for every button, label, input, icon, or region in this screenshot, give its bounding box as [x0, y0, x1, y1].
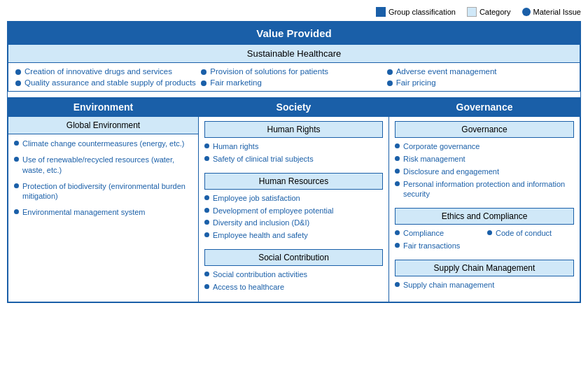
sustainable-col-2: Provision of solutions for patients Fair…: [201, 67, 386, 87]
bullet-dot: [204, 272, 209, 276]
gov-bullet-8: Supply chain management: [395, 280, 574, 290]
environment-column: Environment Global Environment Climate c…: [8, 97, 199, 302]
bullet-dot: [395, 243, 400, 248]
bullet-dot: [201, 80, 206, 86]
bullet-text: Social contribution activities: [213, 269, 307, 280]
bullet-dot: [204, 156, 209, 161]
legend-material-icon: [522, 8, 531, 16]
bullet-text: Diversity and inclusion (D&I): [213, 218, 309, 228]
bullet-text: Employee health and safety: [213, 230, 308, 241]
bullet-text: Personal information protection and info…: [403, 179, 574, 200]
supply-chain-title: Supply Chain Management: [434, 263, 536, 273]
global-environment-title: Global Environment: [66, 120, 140, 130]
env-bullet-3: Protection of biodiversity (environmenta…: [14, 181, 192, 202]
governance-sub-header: Governance: [395, 121, 574, 138]
bullet-dot: [201, 69, 206, 75]
soc-bullet-5: Diversity and inclusion (D&I): [204, 218, 383, 228]
human-rights-title: Human Rights: [267, 125, 320, 134]
soc-bullet-7: Social contribution activities: [204, 269, 383, 280]
legend-material: Material Issue: [522, 8, 581, 16]
bullet-dot: [204, 143, 209, 148]
soc-bullet-4: Development of employee potential: [204, 206, 383, 216]
bullet-dot: [487, 230, 492, 235]
social-contribution-section: Social Contribution Social contribution …: [204, 249, 383, 295]
bullet-dot: [204, 232, 209, 237]
bullet-dot: [204, 220, 209, 225]
legend-category-icon: [467, 7, 477, 17]
social-contribution-title: Social Contribution: [258, 253, 329, 262]
bullet-dot: [395, 282, 400, 287]
bullet-dot: [395, 143, 400, 148]
bullet-text: Climate change countermeasures (energy, …: [22, 139, 185, 149]
environment-content: Climate change countermeasures (energy, …: [8, 134, 198, 224]
gov-bullet-2: Risk management: [395, 154, 574, 164]
legend-group-icon: [376, 7, 386, 17]
bullet-text: Provision of solutions for patients: [210, 67, 328, 76]
soc-bullet-3: Employee job satisfaction: [204, 193, 383, 204]
bullet-dot: [395, 181, 400, 186]
bullet-dot: [14, 157, 19, 162]
sustainable-bullet-1: Creation of innovative drugs and service…: [15, 67, 201, 76]
bullet-dot: [395, 156, 400, 161]
legend-category: Category: [467, 7, 511, 17]
bullet-text: Adverse event management: [396, 67, 497, 76]
bullet-text: Human rights: [213, 141, 258, 152]
ethics-compliance-title: Ethics and Compliance: [442, 211, 528, 221]
human-resources-title: Human Resources: [259, 176, 328, 186]
gov-bullet-7: Fair transactions: [395, 241, 574, 251]
bullet-text: Risk management: [403, 154, 465, 164]
gov-bullet-4: Personal information protection and info…: [395, 179, 574, 200]
env-bullet-4: Environmental management system: [14, 207, 192, 218]
human-resources-section: Human Resources Employee job satisfactio…: [204, 173, 383, 243]
env-bullet-1: Climate change countermeasures (energy, …: [14, 139, 192, 149]
bullet-text: Supply chain management: [403, 280, 494, 290]
global-environment-header: Global Environment: [8, 117, 198, 134]
bullet-text: Corporate governance: [403, 141, 479, 152]
sustainable-bullet-2: Provision of solutions for patients: [201, 67, 386, 76]
sustainable-bullets: Creation of innovative drugs and service…: [8, 63, 580, 92]
bullet-text: Environmental management system: [22, 207, 145, 218]
bullet-dot: [395, 230, 400, 235]
bullet-text: Compliance: [403, 228, 444, 239]
bullet-text: Quality assurance and stable supply of p…: [24, 78, 196, 87]
bullet-text: Creation of innovative drugs and service…: [24, 67, 172, 76]
human-rights-section: Human Rights Human rights Safety of clin…: [204, 121, 383, 167]
env-bullet-2: Use of renewable/recycled resources (wat…: [14, 155, 192, 176]
environment-header: Environment: [8, 97, 198, 117]
bullet-text: Use of renewable/recycled resources (wat…: [22, 155, 192, 176]
society-content: Human Rights Human rights Safety of clin…: [199, 117, 388, 302]
society-column: Society Human Rights Human rights Safety…: [199, 97, 389, 302]
soc-bullet-1: Human rights: [204, 141, 383, 152]
governance-sub-title: Governance: [461, 125, 507, 134]
bullet-text: Employee job satisfaction: [213, 193, 300, 204]
sustainable-bullet-4: Quality assurance and stable supply of p…: [15, 78, 201, 87]
bullet-text: Fair pricing: [396, 78, 436, 87]
gov-bullet-3: Disclosure and engagement: [395, 167, 574, 177]
legend-group: Group classification: [376, 7, 456, 17]
bullet-text: Fair marketing: [210, 78, 262, 87]
bullet-dot: [15, 69, 21, 75]
bullet-text: Disclosure and engagement: [403, 167, 499, 177]
bullet-dot: [15, 80, 21, 86]
bullet-text: Safety of clinical trial subjects: [213, 154, 314, 164]
sustainable-bullet-5: Fair marketing: [201, 78, 386, 87]
value-provided-header: Value Provided: [8, 22, 580, 45]
supply-chain-section: Supply Chain Management Supply chain man…: [395, 260, 574, 293]
sustainable-bullet-6: Fair pricing: [387, 78, 573, 87]
main-grid: Environment Global Environment Climate c…: [8, 97, 580, 302]
bullet-text: Protection of biodiversity (environmenta…: [22, 181, 192, 202]
human-resources-header: Human Resources: [204, 173, 383, 190]
ethics-compliance-header: Ethics and Compliance: [395, 208, 574, 225]
bullet-text: Access to healthcare: [213, 282, 284, 293]
bullet-dot: [387, 69, 393, 75]
bullet-dot: [14, 183, 19, 188]
bullet-dot: [204, 208, 209, 213]
bullet-text: Development of employee potential: [213, 206, 333, 216]
gov-bullet-6: Code of conduct: [487, 228, 574, 239]
bullet-text: Fair transactions: [403, 241, 460, 251]
bullet-dot: [395, 169, 400, 174]
governance-content: Governance Corporate governance Risk man…: [389, 117, 580, 300]
society-header-title: Society: [276, 101, 312, 113]
legend-category-label: Category: [479, 8, 511, 16]
bullet-dot: [387, 80, 393, 86]
